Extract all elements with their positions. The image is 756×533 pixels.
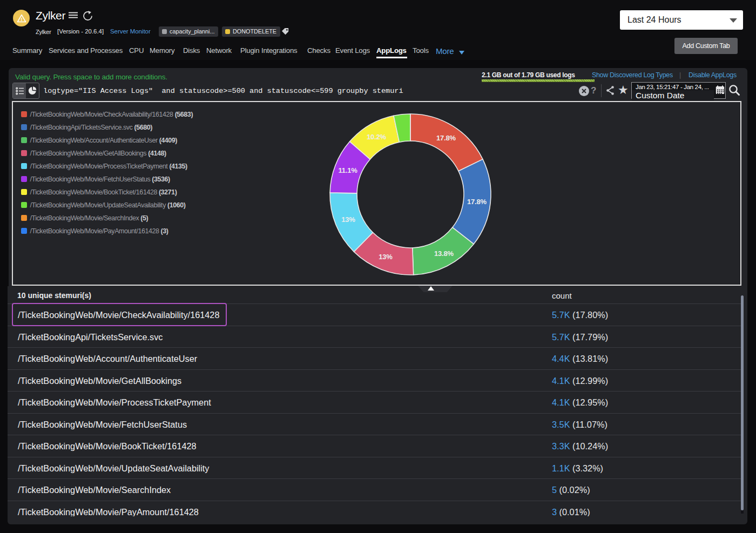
svg-text:!: ! [21, 17, 23, 22]
svg-text:13%: 13% [341, 215, 355, 224]
svg-text:11.1%: 11.1% [338, 166, 357, 174]
svg-text:17.8%: 17.8% [436, 134, 456, 142]
svg-text:13.8%: 13.8% [434, 249, 454, 258]
svg-text:13%: 13% [379, 253, 393, 261]
svg-text:17.8%: 17.8% [467, 198, 487, 206]
svg-text:10.2%: 10.2% [367, 133, 387, 141]
